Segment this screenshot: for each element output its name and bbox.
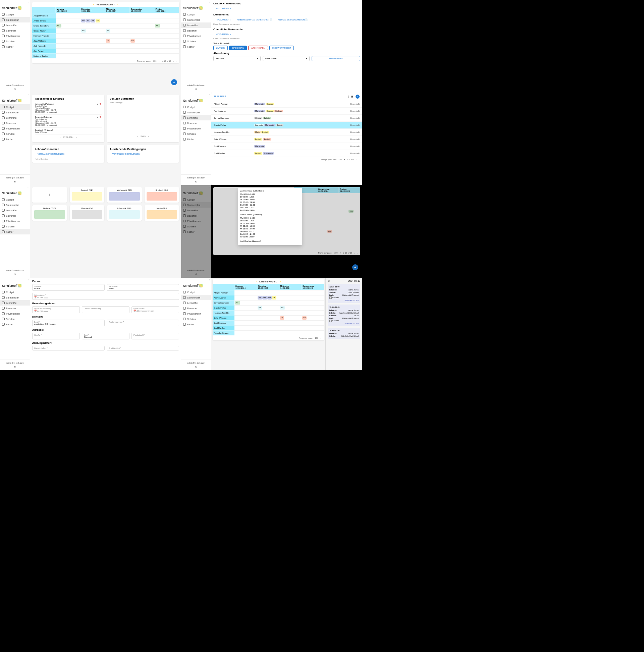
nav-privatkunden[interactable]: Privatkunden: [181, 311, 211, 316]
month-select[interactable]: MonatJanuar▾: [263, 56, 310, 61]
nav-privatkunden[interactable]: Privatkunden: [0, 126, 30, 131]
close-panel-icon[interactable]: ✕: [328, 280, 330, 283]
nav-cockpit[interactable]: Cockpit: [0, 12, 30, 17]
nav-schulen[interactable]: Schulen: [181, 316, 211, 322]
nav-privatkunden[interactable]: Privatkunden: [181, 33, 211, 38]
nav-privatkunden[interactable]: Privatkunden: [181, 126, 211, 131]
columns-icon[interactable]: ▦: [351, 95, 353, 98]
subject-card[interactable]: Chemie (CH): [70, 205, 105, 221]
add-fab[interactable]: +: [352, 264, 358, 270]
rows-per-page-select[interactable]: 100: [339, 159, 342, 161]
edit-icon[interactable]: ✎: [97, 103, 98, 105]
sidebar-toggle-icon[interactable]: ‹: [181, 278, 211, 282]
nav-bewerber[interactable]: Bewerber: [0, 120, 30, 126]
next-week-icon[interactable]: »: [117, 3, 118, 6]
export-icon[interactable]: ⤴: [348, 96, 349, 98]
next-week-icon[interactable]: »: [279, 280, 281, 283]
held-checkbox[interactable]: [329, 297, 332, 299]
teacher-row[interactable]: Archie James: [32, 18, 56, 23]
teacher-list-row[interactable]: Archie JamesMathematikDeutschEnglischEin…: [211, 108, 362, 115]
nav-schulen[interactable]: Schulen: [0, 131, 30, 136]
lesson-detail-card[interactable]: 12:15 - 13:00 Lehrkraft:Archie James Sch…: [328, 284, 360, 303]
subject-card[interactable]: Informatik (INF): [107, 205, 142, 221]
teacher-list-row[interactable]: Jodi KennedyMathematikEingestellt: [211, 143, 362, 150]
nav-schulen[interactable]: Schulen: [181, 38, 211, 44]
subject-card[interactable]: Mathematik (MA): [107, 187, 142, 202]
nav-lehrkraefte[interactable]: Lehrkräfte: [0, 115, 30, 120]
entry-item[interactable]: Deutsch (Präsenz)Archie JamesMillie Vinc…: [35, 115, 102, 128]
prev-week-icon[interactable]: ‹: [137, 135, 138, 137]
nav-privatkunden[interactable]: Privatkunden: [0, 33, 30, 38]
teacher-list-row[interactable]: Abigail PearsonMathematikDeutschEingeste…: [211, 101, 362, 108]
prev-page-icon[interactable]: ‹: [173, 60, 174, 62]
nav-lehrkraefte[interactable]: Lehrkräfte: [181, 23, 211, 28]
filters-button[interactable]: ☰ FILTERS: [214, 95, 226, 98]
prev-week-icon[interactable]: «: [93, 3, 95, 6]
nav-faecher[interactable]: Fächer: [0, 44, 30, 49]
nav-faecher[interactable]: Fächer: [181, 322, 211, 327]
nav-cockpit[interactable]: Cockpit: [0, 104, 30, 110]
lesson-tag[interactable]: BIO: [56, 24, 61, 27]
application-location-input[interactable]: Ort der Bewerbung: [82, 306, 130, 313]
subject-card[interactable]: Musik (MU): [144, 205, 180, 221]
add-document-button[interactable]: HINZUFÜGEN +: [213, 18, 234, 22]
subject-card[interactable]: Biologie (BIO): [32, 205, 67, 221]
gen-contract-button[interactable]: ARBEITSVERTRAG GENERIEREN 📄: [234, 18, 275, 22]
logout-icon[interactable]: ⎋: [2, 273, 28, 276]
archive-button[interactable]: ARCHIVIEREN: [248, 46, 268, 50]
logout-icon[interactable]: ⎋: [183, 180, 209, 183]
generate-button[interactable]: GENERIEREN: [312, 56, 360, 61]
bg-date-input[interactable]: Datum des BG📅 dd.mm.yyyy hh:mm: [132, 306, 179, 313]
postcode-input[interactable]: Postleitzahl *: [132, 333, 179, 339]
next-day-icon[interactable]: ›: [76, 136, 77, 138]
nav-schulen[interactable]: Schulen: [0, 224, 30, 229]
add-vacation-button[interactable]: HINZUFÜGEN +: [213, 6, 234, 10]
nav-privatkunden[interactable]: Privatkunden: [0, 311, 30, 316]
nav-lehrkraefte[interactable]: Lehrkräfte: [0, 300, 30, 305]
year-select[interactable]: Jahr2024▾: [213, 56, 261, 61]
prev-week-icon[interactable]: «: [256, 280, 257, 283]
sidebar-toggle-icon[interactable]: ‹: [0, 278, 30, 282]
lastname-input[interactable]: Nachname *Fisher: [107, 284, 179, 291]
nav-bewerber[interactable]: Bewerber: [181, 28, 211, 33]
nav-bewerber[interactable]: Bewerber: [181, 305, 211, 311]
held-checkbox[interactable]: [329, 320, 332, 322]
delete-icon[interactable]: 🗑: [100, 116, 102, 118]
nav-bewerber[interactable]: Bewerber: [0, 28, 30, 33]
teacher-row[interactable]: Abigail Pearson: [32, 13, 56, 18]
nav-lehrkraefte[interactable]: Lehrkräfte: [181, 115, 211, 120]
next-page-icon[interactable]: ›: [176, 60, 177, 62]
nav-bewerber[interactable]: Bewerber: [0, 213, 30, 218]
lesson-detail-card[interactable]: 13:00 - 14:45 Lehrkraft:Archie James Sch…: [328, 304, 360, 326]
next-page-icon[interactable]: ›: [359, 159, 359, 161]
nav-schulen[interactable]: Schulen: [0, 38, 30, 44]
firstname-input[interactable]: Vorname *Gracie: [32, 284, 105, 291]
teacher-list-row[interactable]: Joel RowleyDeutschMathematikEingestellt: [211, 150, 362, 157]
teacher-list-row[interactable]: Gracie FisherInformatikMathematikChemieE…: [211, 122, 362, 129]
logout-icon[interactable]: ⎋: [183, 87, 209, 90]
logout-icon[interactable]: ⎋: [2, 365, 28, 368]
teacher-row[interactable]: Jodi Kennedy: [32, 43, 56, 48]
edit-icon[interactable]: ✎: [97, 116, 98, 118]
phone-input[interactable]: Telefonnummer *: [107, 320, 179, 326]
birthdate-input[interactable]: Geburtsdatum *📅 dd.mm.yyyy: [32, 293, 179, 300]
subject-card[interactable]: Deutsch (DE): [70, 187, 105, 202]
nav-lehrkraefte[interactable]: Lehrkräfte: [0, 208, 30, 213]
prev-day-icon[interactable]: ‹: [60, 136, 60, 138]
teacher-row[interactable]: Jake Williams: [32, 38, 56, 43]
application-date-input[interactable]: Datum der Bewerbung📅 dd.mm.yyyy: [32, 306, 80, 313]
entry-item[interactable]: Englisch (Präsenz)Jake Williams: [35, 128, 102, 135]
sidebar-toggle-icon[interactable]: ‹: [0, 0, 30, 4]
lesson-detail-card[interactable]: 14:45 - 15:30 Lehrkraft:Archie James Sch…: [328, 328, 360, 339]
add-subject-card[interactable]: +: [32, 187, 67, 202]
nav-privatkunden[interactable]: Privatkunden: [0, 218, 30, 224]
nav-bewerber[interactable]: Bewerber: [181, 120, 211, 126]
nav-faecher[interactable]: Fächer: [0, 322, 30, 327]
teacher-row[interactable]: Harrison Franklin: [32, 33, 56, 38]
nav-lehrkraefte[interactable]: Lehrkräfte: [181, 300, 211, 305]
nav-faecher[interactable]: Fächer: [0, 229, 30, 235]
city-input[interactable]: Stadt *Bismarck: [82, 333, 130, 339]
teacher-row[interactable]: Natasha Coates: [32, 53, 56, 58]
next-week-icon[interactable]: ›: [148, 135, 149, 137]
nav-stundenplan[interactable]: Stundenplan: [0, 202, 30, 208]
